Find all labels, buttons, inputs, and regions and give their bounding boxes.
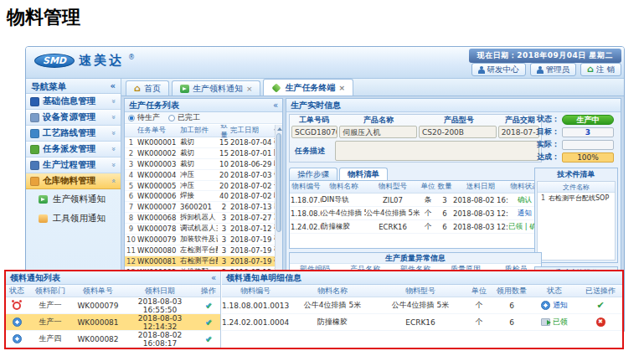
task-row[interactable]: 6WK000006焊接402018-07-02欧阳袖珍 xyxy=(125,191,275,202)
task-desc-field[interactable] xyxy=(335,141,539,161)
sidebar-subitem-tool-notice[interactable]: 工具领用通知 xyxy=(26,209,121,228)
workorder-no-field[interactable]: SCGD180700 xyxy=(291,126,337,138)
cell: WK000078 xyxy=(137,225,180,233)
scroll-up-icon[interactable] xyxy=(277,127,282,131)
sidebar-item-label: 生产过程管理 xyxy=(43,159,95,171)
cell: 2018-07-03 xyxy=(230,171,274,179)
cell: 右检测平台配线SOP xyxy=(549,194,615,203)
col-sent-action: 已送操作 xyxy=(579,286,622,297)
tab-task-terminal[interactable]: 生产任务终端 × xyxy=(263,79,353,95)
cell: 调试机器人主 xyxy=(180,224,218,234)
collapse-icon[interactable]: « xyxy=(211,271,216,284)
cart-icon xyxy=(541,318,550,326)
col-finish-date: 完工日期 xyxy=(230,126,274,136)
material-row[interactable]: 1.18.08.0 公牛4位排插 5米 公牛4位排插 5米 个 6 2018-0… xyxy=(290,207,541,220)
send-action-icon[interactable]: ✔ xyxy=(205,302,212,310)
admin-button[interactable]: 管理员 xyxy=(530,63,577,76)
col-unit: 单位 xyxy=(465,286,493,297)
rd-center-label: 研发中心 xyxy=(487,65,519,75)
cross-icon[interactable]: ✖ xyxy=(596,317,605,327)
task-row[interactable]: 11WK000080左检测平台配32018-07-19张华 xyxy=(125,245,275,256)
tab-material-list[interactable]: 物料清单 xyxy=(339,168,388,180)
cell: 1.24.02.001.0004 xyxy=(222,318,289,327)
logout-button[interactable]: ⌂ 注 销 xyxy=(580,63,621,76)
collapse-icon[interactable]: « xyxy=(273,99,278,111)
requisition-row-selected[interactable]: 生产一 WK000081 2018-08-03 12:14:32 ✔ xyxy=(6,314,220,331)
close-icon[interactable]: × xyxy=(246,85,253,93)
material-notice-icon xyxy=(180,85,189,93)
cell: 10 xyxy=(218,160,230,168)
product-model-field[interactable]: CS20-200B xyxy=(419,126,497,138)
cell: 2018-07-19 xyxy=(230,246,274,255)
cell: 拆卸机器人 xyxy=(180,213,218,223)
cell: 20 xyxy=(218,182,230,190)
sidebar-subitem-material-notice[interactable]: 生产领料通知 xyxy=(26,189,121,209)
task-row[interactable]: 9WK000078调试机器人主32018-07-12张华 xyxy=(125,224,275,235)
sidebar-item-production-process[interactable]: 生产过程管理 » xyxy=(26,157,121,173)
product-name-field[interactable]: 伺服压入机 xyxy=(339,126,417,138)
subitem-label: 工具领用通知 xyxy=(53,213,106,225)
send-action-icon[interactable]: ✔ xyxy=(205,318,212,327)
sidebar-item-task-dispatch[interactable]: 任务派发管理 » xyxy=(26,142,121,157)
task-row[interactable]: 7WK000007360020122018-07-13郭勇 xyxy=(125,202,275,213)
cell: 3 xyxy=(125,160,137,168)
material-row[interactable]: 1.18.07.0 DIN导轨 ZIL07 3 条 3 2018-08-02 1… xyxy=(290,194,541,207)
check-icon[interactable]: ✔ xyxy=(596,300,604,311)
detail-row[interactable]: 1.18.08.001.0013 公牛4位排插 5米 公牛4位排插 5米 个 6… xyxy=(222,297,622,314)
tech-doc-row[interactable]: 1 右检测平台配线SOP xyxy=(538,193,615,204)
cell: 2018-08-02 16:08 xyxy=(453,196,508,204)
cell: 右检测平台配 xyxy=(180,256,218,266)
task-row[interactable]: 10WK000079加装软件及设32018-07-19张华 xyxy=(125,235,275,245)
tech-doc-title: 技术件清单 xyxy=(535,168,617,180)
tab-material-notice[interactable]: 生产领料通知 × xyxy=(172,80,261,95)
col-material-model: 物料型号 xyxy=(376,286,465,297)
task-row[interactable]: 2WK000002裁切152018-07-01隋志立 xyxy=(125,148,275,159)
task-list-header: 生产任务列表 « xyxy=(125,99,282,112)
task-list-title: 生产任务列表 xyxy=(129,99,179,111)
sidebar-title: 导航菜单 xyxy=(31,79,66,94)
task-row-selected[interactable]: 12WK000081右检测平台配32018-07-19张华 xyxy=(125,256,275,267)
sidebar-item-process-route[interactable]: 工艺路线管理 » xyxy=(26,126,121,142)
sidebar-item-equipment[interactable]: 设备资源管理 » xyxy=(26,110,121,126)
tab-label: 生产领料通知 xyxy=(193,83,243,95)
cell: DIN导轨 xyxy=(322,195,366,205)
status-link[interactable]: 已领 xyxy=(553,317,568,328)
cell: 1.18.08.001.0013 xyxy=(222,302,289,310)
cell: 3 xyxy=(218,235,230,244)
sidebar-item-basic-info[interactable]: 基础信息管理 » xyxy=(26,94,121,110)
detail-row[interactable]: 1.24.02.001.0004 防撞橡胶 ECRK16 个 6 已领 ✖ xyxy=(222,314,622,331)
cell: 2018-07-13 xyxy=(230,203,274,211)
task-row[interactable]: 3WK000003裁切102018-06-29欧阳袖珍 xyxy=(125,159,275,170)
cell: WK000079 xyxy=(73,302,123,310)
sidebar-item-warehouse-material[interactable]: 仓库物料管理 « xyxy=(26,173,121,189)
rd-center-button[interactable]: 研发中心 xyxy=(471,63,526,76)
radio-pending[interactable]: 待生产 xyxy=(128,112,160,123)
cell: WK000080 xyxy=(137,246,180,255)
sidebar-collapse-icon[interactable]: « xyxy=(111,79,116,94)
task-table-header: 任务单号 加工部件 数量 完工日期 责任人 xyxy=(125,125,275,137)
cell: 生产四 xyxy=(28,333,73,344)
radio-done[interactable]: 已完工 xyxy=(168,112,200,123)
requisition-row[interactable]: 生产四 WK000082 2018-08-02 16:08:17 ✔ xyxy=(6,331,220,348)
cell: 6 xyxy=(493,318,530,327)
tab-home[interactable]: ⌂ 首页 xyxy=(126,80,169,95)
close-icon[interactable]: × xyxy=(338,84,345,92)
task-row[interactable]: 4WK000004冲压202018-07-03饶涛 xyxy=(125,170,275,181)
requisition-detail-panel: 领料通知单明细信息 物料编号 物料名称 物料型号 单位 领用数量 状态 已送操作… xyxy=(222,271,622,348)
send-action-icon[interactable]: ✔ xyxy=(205,335,212,343)
task-row[interactable]: 5WK000005冲压202018-07-02于海亮 xyxy=(125,181,275,192)
cell: 15 xyxy=(218,138,230,147)
task-row[interactable]: 8WK000068拆卸机器人32018-07-27冯俊 xyxy=(125,213,275,224)
admin-label: 管理员 xyxy=(546,65,570,75)
scroll-thumb[interactable] xyxy=(276,133,281,232)
tool-notice-icon xyxy=(39,214,48,223)
field-values: SCGD180700 伺服压入机 CS20-200B 2018-07-30 xyxy=(290,126,541,138)
material-row[interactable]: 1.24.02.0 防撞橡胶 ECRK16 个 6 2018-08-03 12:… xyxy=(290,220,541,234)
radio-off-icon xyxy=(168,115,175,121)
module-icon xyxy=(30,97,39,106)
tab-operation-steps[interactable]: 操作步骤 xyxy=(289,168,337,180)
cell: 20 xyxy=(218,171,230,179)
task-row[interactable]: 1WK000001裁切152018-07-04张磊 xyxy=(125,137,275,148)
status-link[interactable]: 通知 xyxy=(553,300,568,311)
requisition-row[interactable]: 生产一 WK000079 2018-08-03 16:55:50 ✔ xyxy=(6,297,220,314)
